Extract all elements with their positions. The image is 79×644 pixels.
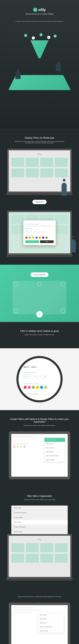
positions-illustration: ⚙	[12, 281, 67, 314]
product-placeholder	[40, 168, 53, 177]
org-row[interactable]: Shop Page	[11, 506, 68, 510]
filter-type-dropdown[interactable]: Filter by TaxonomyFilter by PriceFilter …	[44, 438, 65, 462]
drag-item[interactable]: Filter by Attribute ≡	[38, 629, 64, 633]
color-option[interactable]	[35, 236, 38, 239]
filter-type-option[interactable]: Filter by Metabox	[45, 458, 65, 462]
filter-type-option[interactable]: Filter by OnSale/InStock	[45, 454, 65, 458]
hero-tagline: Create several filters that help custome…	[5, 20, 74, 22]
product-placeholder	[55, 158, 68, 167]
section-description: Drag and drop Filter Blocks to change th…	[14, 596, 65, 597]
size-option[interactable]: XL	[42, 230, 45, 233]
size-option[interactable]: XL	[43, 374, 47, 379]
org-row[interactable]: Product Categories	[11, 524, 68, 529]
logo: ofily	[5, 8, 74, 12]
color-option[interactable]	[39, 236, 41, 239]
category-icon: ◐	[54, 34, 57, 38]
person-illustration	[59, 178, 67, 196]
size-option[interactable]: S	[29, 230, 33, 233]
color-filter-title: FILTER BY COLOR	[24, 383, 55, 384]
drag-item[interactable]: Filter by Price ≡	[38, 617, 64, 621]
color-option[interactable]	[24, 386, 27, 389]
size-option[interactable]: XS	[24, 374, 28, 379]
product-placeholder	[26, 158, 39, 167]
section-description: Show Filters in an off-canvas style or a…	[14, 141, 65, 144]
category-icon: $	[39, 33, 43, 36]
drag-item[interactable]: Filter by OnSale/InStock ≡	[38, 625, 64, 629]
product-placeholder	[11, 158, 24, 167]
org-row[interactable]: At Product Archives	[11, 510, 68, 515]
reset-button[interactable]: RESET	[40, 240, 54, 243]
color-option[interactable]	[45, 236, 48, 239]
position-marker	[37, 282, 42, 286]
color-option[interactable]	[32, 236, 34, 239]
product-placeholder	[40, 158, 53, 167]
shop-title: Shop	[11, 538, 68, 540]
section-title: Display Filters by Modal type	[5, 136, 74, 139]
positions-badge: 5 Icon Positions	[30, 272, 49, 277]
product-name: WooCommerce Product Filters	[5, 13, 74, 15]
category-icon: ⏱	[24, 34, 27, 37]
laptop-mockup: FILTER BY PRODUCT TYPE SHOP BY SIZE XSSM…	[7, 210, 72, 255]
color-option[interactable]	[42, 236, 44, 239]
product-placeholder	[26, 168, 39, 177]
tablet-mockup: Filter by Name ≡Filter by Price ≡Filter …	[9, 602, 70, 644]
category-icon: ⚙	[47, 36, 50, 39]
section-title: Filter in sidebar never looked so good	[5, 330, 74, 332]
options-section: Create Filters with Options & Design Fil…	[0, 410, 79, 487]
price-to: above	[31, 366, 36, 368]
tablet-mockup: Filter by TaxonomyFilter by PriceFilter …	[9, 431, 70, 479]
size-option[interactable]: M	[34, 230, 37, 233]
modal-filter-badge: Modal Filter	[32, 200, 47, 204]
person-illustration	[53, 56, 64, 71]
color-option[interactable]	[32, 386, 35, 389]
color-option[interactable]	[25, 236, 28, 239]
product-placeholder	[11, 168, 24, 177]
color-option[interactable]	[36, 386, 39, 389]
size-option[interactable]: L	[38, 230, 41, 233]
person-illustration	[68, 234, 76, 252]
position-marker	[14, 282, 18, 286]
sidebar-section: Filter in sidebar never looked so good D…	[0, 322, 79, 348]
drag-item[interactable]: Filter by Name ≡	[38, 613, 64, 617]
position-marker	[14, 308, 18, 313]
organization-table: Shop PageAt Product ArchivesSearch resul…	[11, 506, 68, 534]
magnifier-illustration: $50.00 $60.00 to above FILTER BY SIZE XS…	[16, 356, 63, 402]
position-marker	[61, 282, 65, 286]
filter-type-option[interactable]: Filter by Name	[45, 450, 65, 454]
logo-icon	[33, 8, 37, 12]
color-option[interactable]	[40, 386, 43, 389]
section-description: 6 Filter types to enhance your website s…	[14, 425, 65, 426]
filter-sliders-icon: ⚙	[36, 311, 43, 318]
filter-size-label: SHOP BY SIZE	[25, 228, 54, 229]
size-filter-title: FILTER BY SIZE	[24, 372, 55, 373]
org-row[interactable]: Search results	[11, 515, 68, 520]
price-separator: to	[30, 366, 31, 368]
filter-button[interactable]: FILTER	[25, 240, 39, 243]
size-option[interactable]: S	[28, 374, 33, 379]
price-range: $60.00 to above	[24, 366, 55, 368]
positions-section: 5 Icon Positions ⚙	[0, 265, 79, 322]
filter-type-option[interactable]: Filter by Price	[45, 442, 65, 446]
product-placeholder	[55, 168, 68, 177]
funnel-icon	[30, 40, 49, 58]
size-option[interactable]: M	[33, 374, 37, 379]
laptop-mockup: Shop	[7, 534, 72, 578]
size-option[interactable]: XS	[25, 230, 29, 233]
section-title: Filter Menu Organization	[5, 495, 74, 498]
drag-menu-panel[interactable]: Filter by Name ≡Filter by Price ≡Filter …	[38, 613, 64, 633]
filter-type-option[interactable]: Filter by Taxonomy	[45, 438, 65, 442]
category-icon: ★	[32, 36, 35, 40]
color-option[interactable]	[44, 386, 47, 389]
filter-color-label: SHOP BY COLOR	[25, 234, 54, 236]
color-option[interactable]	[28, 386, 31, 389]
filter-modal[interactable]: FILTER BY PRODUCT TYPE SHOP BY SIZE XSSM…	[23, 220, 56, 245]
filter-type-option[interactable]: Filter by Review	[45, 446, 65, 450]
section-title: Create Filters with Options & Design Fil…	[5, 418, 74, 423]
org-row[interactable]: Product Tags	[11, 529, 68, 534]
drag-item[interactable]: Filter by Size ≡	[38, 621, 64, 625]
org-row[interactable]: Shop Page	[11, 520, 68, 524]
section-description: Set rules to make the Menu display as yo…	[14, 499, 65, 500]
magnifier-section: $50.00 $60.00 to above FILTER BY SIZE XS…	[0, 348, 79, 410]
size-option[interactable]: L	[38, 374, 42, 379]
color-option[interactable]	[29, 236, 31, 239]
